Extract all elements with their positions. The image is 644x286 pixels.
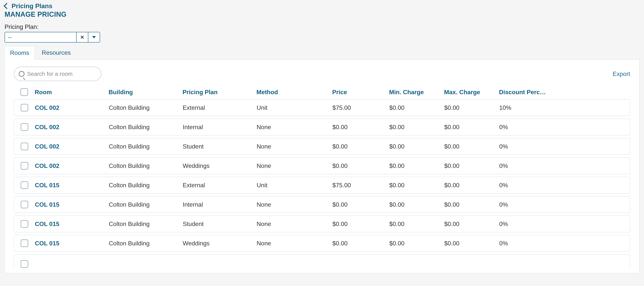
checkbox-icon: [21, 220, 28, 228]
cell-min: $0.00: [389, 182, 444, 189]
header-plan[interactable]: Pricing Plan: [182, 89, 256, 96]
page-title: MANAGE PRICING: [0, 11, 644, 22]
header-building[interactable]: Building: [108, 89, 182, 96]
search-icon: [19, 71, 24, 77]
cell-max: $0.00: [444, 240, 499, 247]
cell-room[interactable]: COL 002: [35, 124, 109, 131]
row-checkbox[interactable]: [14, 201, 35, 208]
cell-plan: Weddings: [183, 240, 256, 247]
row-checkbox[interactable]: [14, 260, 35, 268]
checkbox-icon: [21, 123, 28, 131]
cell-disc: 0%: [499, 240, 630, 247]
pricing-plan-clear-button[interactable]: ✕: [76, 32, 88, 42]
table-row[interactable]: COL 015Colton BuildingWeddingsNone$0.00$…: [14, 235, 630, 252]
cell-building: Colton Building: [109, 124, 183, 131]
pricing-plan-value: --: [5, 32, 76, 42]
table-row[interactable]: COL 002Colton BuildingWeddingsNone$0.00$…: [14, 158, 630, 174]
rooms-grid: Room Building Pricing Plan Method Price …: [14, 86, 630, 268]
row-checkbox[interactable]: [14, 162, 35, 170]
chevron-left-icon: [4, 3, 10, 9]
cell-room[interactable]: COL 002: [35, 143, 109, 150]
pricing-plan-dropdown-button[interactable]: [88, 32, 100, 42]
cell-max: $0.00: [444, 162, 499, 169]
row-checkbox[interactable]: [14, 239, 35, 247]
tab-rooms[interactable]: Rooms: [4, 46, 35, 60]
cell-building: Colton Building: [109, 143, 183, 150]
cell-room[interactable]: COL 015: [35, 201, 109, 208]
cell-max: $0.00: [444, 104, 499, 111]
cell-plan: Internal: [183, 124, 256, 131]
cell-building: Colton Building: [109, 162, 183, 169]
cell-min: $0.00: [389, 104, 444, 111]
cell-price: $0.00: [332, 201, 389, 208]
grid-body: COL 002Colton BuildingExternalUnit$75.00…: [14, 99, 630, 268]
cell-plan: Weddings: [183, 162, 256, 169]
cell-price: $0.00: [332, 162, 389, 169]
cell-room[interactable]: COL 015: [35, 182, 109, 189]
cell-disc: 0%: [499, 124, 630, 131]
table-row[interactable]: COL 015Colton BuildingStudentNone$0.00$0…: [14, 216, 630, 232]
cell-max: $0.00: [444, 182, 499, 189]
cell-min: $0.00: [389, 240, 444, 247]
toolbar: Export: [14, 67, 630, 81]
cell-max: $0.00: [444, 220, 499, 227]
row-checkbox[interactable]: [14, 142, 35, 150]
cell-building: Colton Building: [109, 104, 183, 111]
cell-building: Colton Building: [109, 240, 183, 247]
cell-building: Colton Building: [109, 201, 183, 208]
room-search[interactable]: [14, 67, 102, 81]
cell-method: Unit: [256, 182, 332, 189]
cell-method: None: [256, 220, 332, 227]
breadcrumb[interactable]: Pricing Plans: [0, 0, 644, 11]
cell-disc: 0%: [499, 182, 630, 189]
cell-method: None: [256, 124, 332, 131]
cell-method: None: [256, 162, 332, 169]
cell-price: $75.00: [332, 104, 389, 111]
checkbox-icon: [21, 239, 28, 247]
cell-disc: 0%: [499, 220, 630, 227]
header-method[interactable]: Method: [256, 89, 332, 96]
checkbox-icon: [21, 260, 28, 268]
cell-room[interactable]: COL 002: [35, 104, 109, 111]
table-row[interactable]: COL 015Colton BuildingInternalNone$0.00$…: [14, 196, 630, 213]
cell-disc: 0%: [499, 143, 630, 150]
table-row[interactable]: COL 002Colton BuildingInternalNone$0.00$…: [14, 119, 630, 135]
row-checkbox[interactable]: [14, 104, 35, 111]
checkbox-icon: [21, 201, 28, 208]
cell-max: $0.00: [444, 124, 499, 131]
table-row[interactable]: COL 015Colton BuildingExternalUnit$75.00…: [14, 177, 630, 194]
row-checkbox[interactable]: [14, 181, 35, 189]
cell-building: Colton Building: [109, 182, 183, 189]
row-checkbox[interactable]: [14, 220, 35, 228]
cell-plan: Student: [183, 143, 256, 150]
tabs: Rooms Resources: [0, 46, 644, 60]
header-price[interactable]: Price: [332, 89, 389, 96]
cell-room[interactable]: COL 015: [35, 220, 109, 227]
table-row[interactable]: COL 002Colton BuildingExternalUnit$75.00…: [14, 99, 630, 116]
header-select-all[interactable]: [14, 88, 35, 96]
cell-plan: External: [183, 104, 256, 111]
checkbox-icon: [21, 142, 28, 150]
table-row[interactable]: COL 002Colton BuildingStudentNone$0.00$0…: [14, 138, 630, 155]
cell-method: None: [256, 143, 332, 150]
cell-method: Unit: [256, 104, 332, 111]
cell-max: $0.00: [444, 143, 499, 150]
header-min[interactable]: Min. Charge: [389, 89, 444, 96]
pricing-plan-select[interactable]: -- ✕: [4, 32, 100, 43]
table-row[interactable]: [14, 254, 630, 268]
cell-building: Colton Building: [109, 220, 183, 227]
checkbox-icon: [21, 104, 28, 111]
tab-resources[interactable]: Resources: [36, 46, 76, 60]
cell-room[interactable]: COL 002: [35, 162, 109, 169]
cell-disc: 0%: [499, 162, 630, 169]
cell-plan: External: [183, 182, 256, 189]
close-icon: ✕: [80, 35, 84, 40]
header-max[interactable]: Max. Charge: [444, 89, 499, 96]
rooms-panel: Export Room Building Pricing Plan Method…: [4, 60, 640, 273]
header-disc[interactable]: Discount Perc…: [499, 89, 630, 96]
export-link[interactable]: Export: [613, 70, 630, 77]
search-input[interactable]: [27, 70, 96, 77]
header-room[interactable]: Room: [35, 89, 108, 96]
cell-room[interactable]: COL 015: [35, 240, 109, 247]
row-checkbox[interactable]: [14, 123, 35, 131]
